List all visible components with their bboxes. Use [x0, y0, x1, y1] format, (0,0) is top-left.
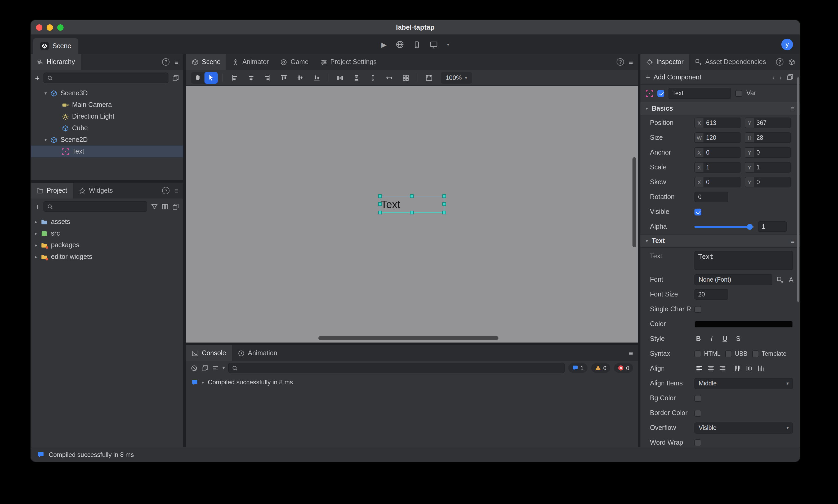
text-valign-bottom-icon[interactable]: [756, 364, 765, 373]
select-tool-icon[interactable]: [205, 72, 218, 84]
resize-handle[interactable]: [378, 202, 382, 206]
tree-item-direction-light[interactable]: Direction Light: [31, 111, 183, 122]
italic-button[interactable]: I: [708, 335, 716, 343]
console-search-input[interactable]: [241, 365, 561, 371]
resize-handle[interactable]: [442, 211, 446, 214]
skew-y-input[interactable]: [754, 177, 790, 187]
align-right-icon[interactable]: [261, 72, 274, 84]
syntax-ubb-checkbox[interactable]: [726, 350, 732, 357]
collapse-caret-icon[interactable]: [45, 137, 47, 142]
resize-handle[interactable]: [410, 211, 414, 214]
hierarchy-search-input[interactable]: [56, 75, 165, 81]
position-y-input[interactable]: [754, 118, 790, 128]
expand-caret-icon[interactable]: [35, 254, 37, 259]
syntax-html-checkbox[interactable]: [695, 350, 701, 357]
canvas-text[interactable]: Text: [380, 196, 444, 212]
project-item-src[interactable]: src: [31, 228, 183, 239]
project-item-assets[interactable]: assets: [31, 216, 183, 228]
scale-x-field[interactable]: X: [695, 162, 740, 173]
menu-icon[interactable]: [175, 186, 178, 195]
zoom-dropdown[interactable]: 100%: [441, 72, 472, 84]
anchor-y-input[interactable]: [754, 148, 790, 157]
anchor-x-field[interactable]: X: [695, 147, 740, 158]
project-search-input[interactable]: [56, 203, 143, 210]
copy-component-icon[interactable]: [787, 74, 793, 80]
close-button[interactable]: [36, 24, 42, 31]
section-text-header[interactable]: Text: [641, 234, 800, 248]
anchor-x-input[interactable]: [703, 148, 740, 157]
align-items-dropdown[interactable]: Middle: [695, 378, 793, 389]
menu-icon[interactable]: [629, 58, 633, 66]
font-picker-icon[interactable]: [776, 276, 783, 283]
copy-log-icon[interactable]: [201, 364, 208, 372]
alpha-input[interactable]: [758, 221, 787, 232]
help-icon[interactable]: [162, 58, 170, 66]
section-basics-header[interactable]: Basics: [641, 102, 800, 115]
menu-icon[interactable]: [175, 58, 178, 66]
size-h-field[interactable]: H: [745, 132, 791, 143]
expand-caret-icon[interactable]: [35, 231, 37, 236]
project-item-packages[interactable]: packages: [31, 239, 183, 251]
alpha-slider-knob[interactable]: [747, 224, 753, 230]
panel-layout-icon[interactable]: [172, 203, 179, 210]
add-asset-button[interactable]: [35, 202, 40, 211]
position-y-field[interactable]: Y: [745, 118, 791, 128]
reference-box-icon[interactable]: [788, 58, 795, 66]
stretch-horizontal-icon[interactable]: [382, 72, 396, 84]
rotation-input[interactable]: [695, 192, 728, 202]
play-button[interactable]: [381, 40, 387, 49]
text-value-textarea[interactable]: Text: [695, 251, 793, 270]
tab-inspector[interactable]: Inspector: [641, 54, 689, 70]
skew-x-field[interactable]: X: [695, 177, 740, 187]
add-component-button[interactable]: Add Component: [654, 73, 702, 81]
font-asset-icon[interactable]: [788, 276, 795, 283]
font-field[interactable]: None (Font): [695, 274, 772, 285]
scale-x-input[interactable]: [703, 163, 740, 172]
scale-y-field[interactable]: Y: [745, 162, 791, 173]
columns-icon[interactable]: [161, 203, 169, 210]
resize-handle[interactable]: [378, 211, 382, 214]
ruler-icon[interactable]: [422, 72, 435, 84]
desktop-preview-icon[interactable]: [430, 40, 438, 49]
scale-y-input[interactable]: [754, 163, 790, 172]
tab-animation[interactable]: Animation: [232, 345, 283, 361]
syntax-template-checkbox[interactable]: [752, 350, 759, 357]
selected-text-element[interactable]: Text: [380, 196, 444, 213]
inspector-scrollbar[interactable]: [797, 77, 799, 302]
section-menu-icon[interactable]: [790, 237, 795, 245]
text-align-left-icon[interactable]: [695, 364, 704, 373]
resize-handle[interactable]: [410, 194, 414, 198]
color-swatch[interactable]: [695, 321, 793, 327]
preview-dropdown-caret-icon[interactable]: [447, 42, 450, 47]
zoom-button[interactable]: [57, 24, 64, 31]
anchor-y-field[interactable]: Y: [745, 147, 791, 158]
overflow-dropdown[interactable]: Visible: [695, 422, 793, 433]
tab-scene[interactable]: Scene: [186, 54, 226, 70]
skew-y-field[interactable]: Y: [745, 177, 791, 187]
tab-game[interactable]: Game: [275, 54, 314, 70]
tab-project-settings[interactable]: Project Settings: [314, 54, 382, 70]
size-w-field[interactable]: W: [695, 132, 740, 143]
align-top-icon[interactable]: [277, 72, 290, 84]
project-item-editor-widgets[interactable]: editor-widgets: [31, 251, 183, 263]
section-menu-icon[interactable]: [790, 105, 795, 112]
font-size-input[interactable]: [695, 289, 728, 300]
log-filter-caret-icon[interactable]: [223, 365, 225, 371]
add-node-button[interactable]: [35, 73, 40, 82]
history-back-icon[interactable]: [772, 73, 774, 81]
tab-widgets[interactable]: Widgets: [73, 183, 119, 199]
tab-hierarchy[interactable]: Hierarchy: [31, 54, 81, 70]
text-align-center-icon[interactable]: [706, 364, 716, 373]
bg-color-checkbox[interactable]: [695, 395, 701, 401]
text-valign-middle-icon[interactable]: [744, 364, 754, 373]
resize-handle[interactable]: [442, 202, 446, 206]
border-color-checkbox[interactable]: [695, 410, 701, 416]
hierarchy-search[interactable]: [43, 73, 169, 83]
skew-x-input[interactable]: [703, 177, 740, 187]
tree-item-scene3d[interactable]: Scene3D: [31, 87, 183, 99]
single-char-checkbox[interactable]: [695, 306, 701, 312]
panel-layout-icon[interactable]: [172, 74, 179, 81]
stretch-vertical-icon[interactable]: [366, 72, 379, 84]
filter-icon[interactable]: [151, 203, 158, 210]
size-w-input[interactable]: [703, 133, 740, 142]
